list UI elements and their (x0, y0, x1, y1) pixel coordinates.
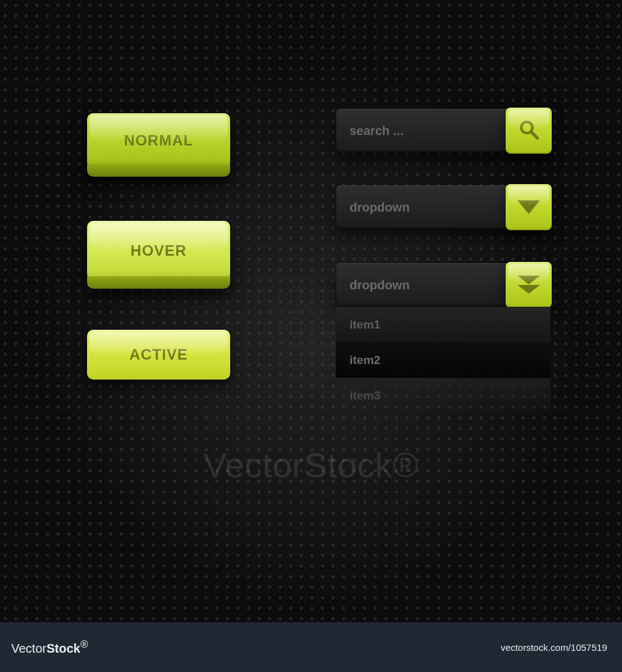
footer-url: vectorstock.com/1057519 (501, 642, 607, 653)
watermark-text: VectorStock® (0, 445, 622, 485)
search-field[interactable]: search ... (336, 109, 550, 152)
hover-button-label: HOVER (131, 242, 187, 259)
magnifier-icon (518, 118, 540, 144)
footer-logo: VectorStock® (11, 638, 88, 656)
dropdown-open-label: dropdown (350, 278, 410, 292)
dropdown-list: item1 item2 item3 (336, 307, 550, 413)
search-placeholder: search ... (350, 124, 404, 138)
normal-button[interactable]: NORMAL (87, 113, 230, 168)
active-button-label: ACTIVE (129, 346, 188, 363)
dropdown-closed-label: dropdown (350, 200, 410, 215)
dropdown-toggle-button[interactable] (506, 184, 552, 230)
normal-button-label: NORMAL (124, 132, 193, 149)
dropdown-item[interactable]: item2 (336, 342, 550, 378)
hover-button[interactable]: HOVER (87, 221, 230, 280)
footer-logo-bold: Stock (47, 642, 80, 655)
dropdown-closed[interactable]: dropdown (336, 185, 550, 229)
dropdown-open[interactable]: dropdown (336, 263, 550, 307)
dropdown-item[interactable]: item3 (336, 378, 550, 413)
dropdown-collapse-button[interactable] (506, 262, 552, 308)
dropdown-item-label: item2 (350, 353, 381, 367)
footer-logo-light: Vector (11, 642, 47, 655)
dropdown-item[interactable]: item1 (336, 307, 550, 342)
dropdown-item-label: item3 (350, 389, 381, 403)
active-button[interactable]: ACTIVE (87, 330, 230, 380)
dropdown-item-label: item1 (350, 318, 381, 332)
svg-line-1 (531, 132, 537, 138)
search-button[interactable] (506, 108, 552, 154)
double-chevron-down-icon (518, 276, 540, 294)
chevron-down-icon (518, 200, 540, 214)
footer-bar: VectorStock® vectorstock.com/1057519 (0, 622, 622, 672)
